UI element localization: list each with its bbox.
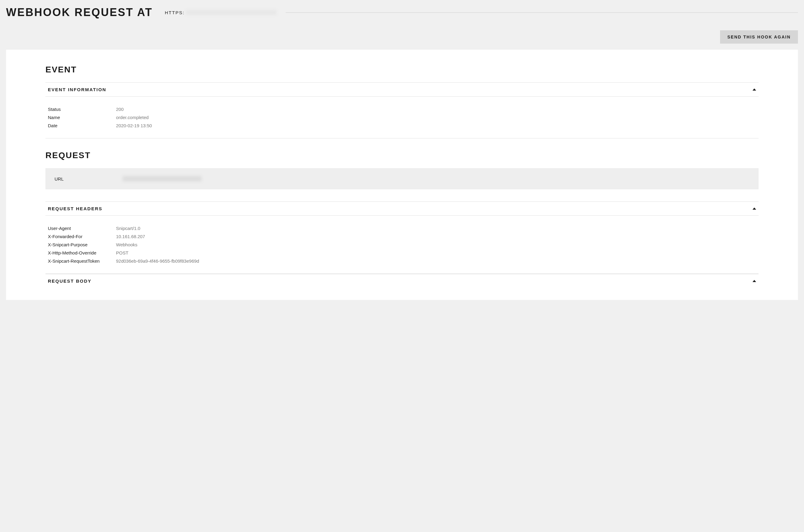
request-header-row: User-Agent Snipcart/1.0	[45, 224, 759, 232]
request-header-value: POST	[116, 250, 129, 255]
request-header-value: Snipcart/1.0	[116, 226, 140, 231]
page-header: WEBHOOK REQUEST AT HTTPS:	[0, 0, 804, 19]
request-header-key: X-Forwarded-For	[48, 234, 116, 239]
event-info-header[interactable]: EVENT INFORMATION	[45, 82, 759, 97]
event-status-row: Status 200	[45, 105, 759, 113]
caret-up-icon	[752, 280, 756, 282]
request-header-row: X-Snipcart-RequestToken 92d036eb-69a9-4f…	[45, 257, 759, 265]
event-date-row: Date 2020-02-19 13:50	[45, 121, 759, 130]
main-card: EVENT EVENT INFORMATION Status 200 Name …	[6, 50, 798, 300]
event-section-title: EVENT	[45, 65, 759, 75]
page-url-redacted	[186, 10, 276, 15]
request-header-row: X-Forwarded-For 10.161.68.207	[45, 232, 759, 241]
page-url-prefix: HTTPS:	[165, 10, 185, 15]
request-body-header[interactable]: REQUEST BODY	[45, 274, 759, 288]
request-section-title: REQUEST	[45, 151, 759, 160]
request-url-redacted	[123, 176, 202, 182]
request-url-box: URL	[45, 168, 759, 189]
event-date-value: 2020-02-19 13:50	[116, 123, 152, 128]
request-header-key: X-Http-Method-Override	[48, 250, 116, 255]
request-header-row: X-Snipcart-Purpose Webhooks	[45, 241, 759, 249]
request-headers-label: REQUEST HEADERS	[48, 206, 102, 211]
event-name-value: order.completed	[116, 115, 149, 120]
request-headers-list: User-Agent Snipcart/1.0 X-Forwarded-For …	[45, 216, 759, 274]
event-status-value: 200	[116, 107, 123, 112]
caret-up-icon	[752, 208, 756, 210]
event-date-label: Date	[48, 123, 116, 128]
request-header-value: 10.161.68.207	[116, 234, 145, 239]
request-header-key: User-Agent	[48, 226, 116, 231]
page-url: HTTPS:	[165, 10, 276, 15]
page-title: WEBHOOK REQUEST AT	[6, 6, 153, 19]
event-info-list: Status 200 Name order.completed Date 202…	[45, 97, 759, 138]
request-header-key: X-Snipcart-Purpose	[48, 242, 116, 247]
request-header-value: Webhooks	[116, 242, 137, 247]
event-name-row: Name order.completed	[45, 113, 759, 121]
request-url-label: URL	[55, 176, 123, 182]
request-header-value: 92d036eb-69a9-4f46-9655-fb09f83e969d	[116, 259, 199, 264]
header-divider	[286, 13, 798, 13]
send-hook-again-button[interactable]: SEND THIS HOOK AGAIN	[720, 30, 798, 44]
request-headers-header[interactable]: REQUEST HEADERS	[45, 202, 759, 216]
event-name-label: Name	[48, 115, 116, 120]
action-row: SEND THIS HOOK AGAIN	[0, 19, 804, 50]
request-body-label: REQUEST BODY	[48, 279, 92, 284]
event-info-label: EVENT INFORMATION	[48, 87, 106, 92]
event-status-label: Status	[48, 107, 116, 112]
request-header-key: X-Snipcart-RequestToken	[48, 259, 116, 264]
request-header-row: X-Http-Method-Override POST	[45, 249, 759, 257]
caret-up-icon	[752, 89, 756, 91]
